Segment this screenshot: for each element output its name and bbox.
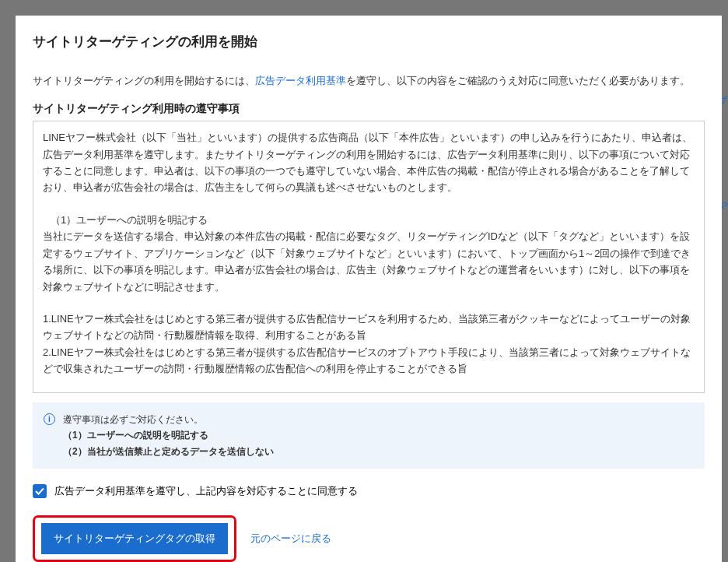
checkmark-icon — [35, 486, 44, 496]
agree-row: 広告データ利用基準を遵守し、上記内容を対応することに同意する — [33, 484, 705, 498]
modal-title: サイトリターゲティングの利用を開始 — [33, 33, 705, 51]
terms-item-2: 2.LINEヤフー株式会社をはじめとする第三者が提供する広告配信サービスのオプト… — [43, 344, 695, 378]
intro-suffix: を遵守し、以下の内容をご確認のうえ対応に同意いただく必要があります。 — [346, 75, 690, 86]
notice-line-1: 遵守事項は必ずご対応ください。 — [63, 412, 274, 427]
notice-content: 遵守事項は必ずご対応ください。 （1）ユーザーへの説明を明記する （2）当社が送… — [63, 412, 274, 459]
back-link[interactable]: 元のページに戻る — [250, 532, 331, 546]
terms-paragraph-1: LINEヤフー株式会社（以下「当社」といいます）の提供する広告商品（以下「本件広… — [43, 129, 695, 196]
intro-text: サイトリターゲティングの利用を開始するには、広告データ利用基準を遵守し、以下の内… — [33, 72, 705, 90]
notice-line-2: （1）ユーザーへの説明を明記する — [63, 427, 274, 443]
modal-dialog: サイトリターゲティングの利用を開始 サイトリターゲティングの利用を開始するには、… — [16, 16, 722, 562]
intro-prefix: サイトリターゲティングの利用を開始するには、 — [33, 75, 255, 86]
terms-scrollbox[interactable]: LINEヤフー株式会社（以下「当社」といいます）の提供する広告商品（以下「本件広… — [33, 121, 705, 393]
get-tag-button[interactable]: サイトリターゲティングタグの取得 — [41, 523, 228, 554]
terms-paragraph-2: 当社にデータを送信する場合、申込対象の本件広告の掲載・配信に必要なタグ、リターゲ… — [43, 228, 695, 295]
agree-checkbox[interactable] — [33, 484, 47, 498]
notice-box: i 遵守事項は必ずご対応ください。 （1）ユーザーへの説明を明記する （2）当社… — [33, 402, 705, 469]
agree-label: 広告データ利用基準を遵守し、上記内容を対応することに同意する — [54, 484, 358, 498]
terms-heading: サイトリターゲティング利用時の遵守事項 — [33, 102, 705, 116]
terms-subheading-1: （1）ユーザーへの説明を明記する — [51, 212, 695, 228]
intro-link[interactable]: 広告データ利用基準 — [255, 75, 346, 86]
highlight-annotation: サイトリターゲティングタグの取得 — [33, 515, 236, 562]
info-icon: i — [44, 413, 55, 425]
action-row: サイトリターゲティングタグの取得 元のページに戻る — [33, 515, 705, 562]
notice-line-3: （2）当社が送信禁止と定めるデータを送信しない — [63, 444, 274, 459]
terms-item-1: 1.LINEヤフー株式会社をはじめとする第三者が提供する広告配信サービスを利用す… — [43, 311, 695, 344]
